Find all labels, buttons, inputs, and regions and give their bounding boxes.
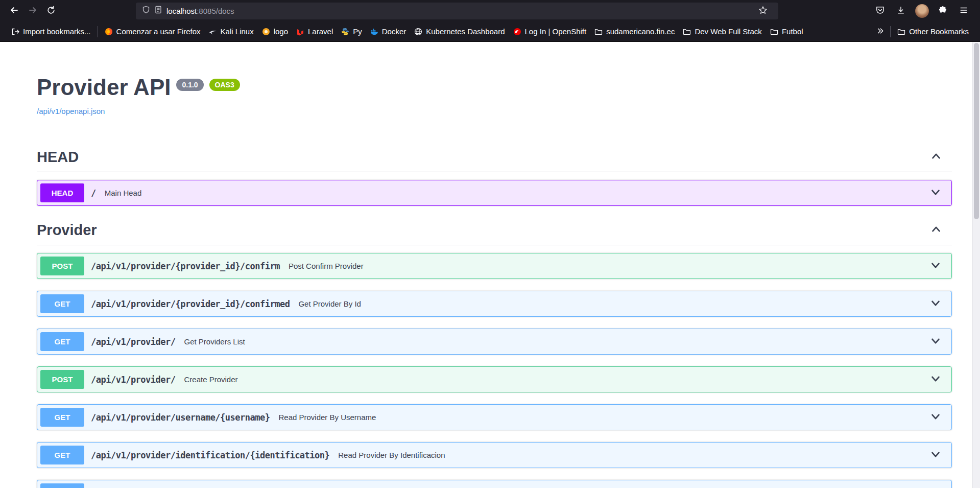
endpoint-description: Read Provider By Identificacion xyxy=(336,451,445,459)
bookmark-item[interactable]: Import bookmarks... xyxy=(7,25,95,38)
extensions-icon xyxy=(938,6,947,16)
endpoint-description: Main Head xyxy=(103,189,142,197)
method-badge: GET xyxy=(40,332,84,351)
endpoint-expand-button[interactable] xyxy=(930,297,948,310)
pocket-button[interactable] xyxy=(871,2,889,19)
endpoint-row[interactable]: GET /api/v1/provider/ Get Providers List xyxy=(37,329,952,355)
menu-button[interactable] xyxy=(954,2,973,19)
bookmarks-separator xyxy=(98,26,98,37)
back-icon xyxy=(9,5,19,17)
endpoint-row[interactable]: GET /api/v1/provider/username/{username}… xyxy=(37,404,952,430)
bookmark-item[interactable]: Py xyxy=(337,25,366,38)
chevron-down-icon xyxy=(930,260,941,272)
section-header[interactable]: HEAD xyxy=(37,145,952,172)
chevron-up-icon xyxy=(930,151,942,164)
bookmark-item[interactable]: Futbol xyxy=(766,25,807,38)
section-collapse-button[interactable] xyxy=(930,224,942,237)
bookmark-item[interactable]: Dev Web Full Stack xyxy=(679,25,766,38)
section-title: HEAD xyxy=(37,149,79,166)
endpoint-expand-button[interactable] xyxy=(930,449,948,461)
endpoint-row[interactable]: GET /api/v1/provider/{provider_id} Read … xyxy=(37,480,952,488)
bookmark-label: Import bookmarks... xyxy=(23,27,91,36)
method-badge: GET xyxy=(40,483,84,488)
endpoint-path: /api/v1/provider/ xyxy=(84,337,182,347)
reload-button[interactable] xyxy=(42,2,60,19)
url-host: localhost xyxy=(166,7,197,15)
bookmarks-bar: Import bookmarks... Comenzar a usar Fire… xyxy=(0,21,980,42)
hamburger-icon xyxy=(959,6,968,16)
bookmark-item[interactable]: Docker xyxy=(366,25,411,38)
bookmark-item[interactable]: logo xyxy=(258,25,292,38)
bookmark-label: Dev Web Full Stack xyxy=(695,27,761,36)
chevron-down-icon xyxy=(930,373,941,386)
folder-icon xyxy=(770,28,778,36)
page-title: Provider API0.1.0OAS3 xyxy=(37,75,952,100)
star-icon xyxy=(758,6,768,16)
folder-icon xyxy=(897,28,905,36)
import-icon xyxy=(11,28,19,36)
chevron-down-icon xyxy=(930,187,941,199)
endpoint-row[interactable]: GET /api/v1/provider/identification/{ide… xyxy=(37,442,952,468)
account-button[interactable] xyxy=(913,2,931,19)
section-header[interactable]: Provider xyxy=(37,218,952,245)
bookmark-star-button[interactable] xyxy=(754,2,772,19)
api-sections: HEAD HEAD / Main Head Provider xyxy=(37,145,952,488)
endpoint-row[interactable]: POST /api/v1/provider/{provider_id}/conf… xyxy=(37,253,952,279)
endpoint-row[interactable]: HEAD / Main Head xyxy=(37,180,952,206)
endpoint-path: /api/v1/provider/identification/{identif… xyxy=(84,450,336,460)
page-scrollbar[interactable] xyxy=(972,42,980,488)
page-info-icon[interactable] xyxy=(155,6,162,16)
download-button[interactable] xyxy=(892,2,910,19)
extensions-button[interactable] xyxy=(934,2,952,19)
other-bookmarks-label: Other Bookmarks xyxy=(909,27,969,36)
endpoint-path: /api/v1/provider/{provider_id}/confirm xyxy=(84,261,286,271)
section-collapse-button[interactable] xyxy=(930,151,942,164)
bookmark-label: Futbol xyxy=(782,27,803,36)
python-icon xyxy=(341,28,349,36)
folder-icon xyxy=(683,28,691,36)
endpoint-expand-button[interactable] xyxy=(930,260,948,272)
bookmark-label: Kali Linux xyxy=(221,27,254,36)
openshift-icon xyxy=(513,28,521,36)
bookmark-item[interactable]: sudamericano.fin.ec xyxy=(590,25,679,38)
bookmark-item[interactable]: Comenzar a usar Firefox xyxy=(101,25,205,38)
bookmark-item[interactable]: Laravel xyxy=(292,25,337,38)
scrollbar-thumb[interactable] xyxy=(974,43,979,219)
toolbar-right-group xyxy=(871,2,975,19)
version-badge: 0.1.0 xyxy=(176,79,203,91)
chevron-down-icon xyxy=(930,335,941,348)
bookmark-label: Py xyxy=(353,27,362,36)
bookmark-label: sudamericano.fin.ec xyxy=(606,27,675,36)
shield-icon[interactable] xyxy=(142,6,150,16)
chevron-down-icon xyxy=(930,411,941,424)
endpoint-expand-button[interactable] xyxy=(930,335,948,348)
endpoint-row[interactable]: GET /api/v1/provider/{provider_id}/confi… xyxy=(37,291,952,317)
bookmark-label: Log In | OpenShift xyxy=(525,27,587,36)
laravel-icon xyxy=(296,28,304,36)
forward-icon xyxy=(28,5,38,17)
browser-toolbar: localhost:8085/docs xyxy=(0,0,980,21)
bookmark-label: Docker xyxy=(382,27,407,36)
pocket-icon xyxy=(875,5,885,16)
endpoint-expand-button[interactable] xyxy=(930,373,948,386)
openapi-spec-link[interactable]: /api/v1/openapi.json xyxy=(37,107,105,115)
forward-button[interactable] xyxy=(23,2,42,19)
bookmark-item[interactable]: Kali Linux xyxy=(205,25,258,38)
back-button[interactable] xyxy=(5,2,23,19)
chevron-down-icon xyxy=(930,297,941,310)
url-bar[interactable]: localhost:8085/docs xyxy=(136,3,778,19)
other-bookmarks-button[interactable]: Other Bookmarks xyxy=(893,25,973,38)
chevron-up-icon xyxy=(930,224,942,237)
api-title-text: Provider API xyxy=(37,75,171,100)
bookmarks-right-group: Other Bookmarks xyxy=(872,23,973,40)
endpoint-expand-button[interactable] xyxy=(930,187,948,199)
chevron-down-icon xyxy=(930,449,941,461)
bookmarks-overflow-button[interactable] xyxy=(872,23,888,40)
bookmark-item[interactable]: Kubernetes Dashboard xyxy=(410,25,509,38)
endpoint-row[interactable]: POST /api/v1/provider/ Create Provider xyxy=(37,366,952,392)
api-section: Provider POST /api/v1/provider/{provider… xyxy=(37,218,952,488)
endpoint-expand-button[interactable] xyxy=(930,411,948,424)
endpoint-path: / xyxy=(84,188,103,198)
url-path: :8085/docs xyxy=(197,7,234,15)
bookmark-item[interactable]: Log In | OpenShift xyxy=(509,25,591,38)
